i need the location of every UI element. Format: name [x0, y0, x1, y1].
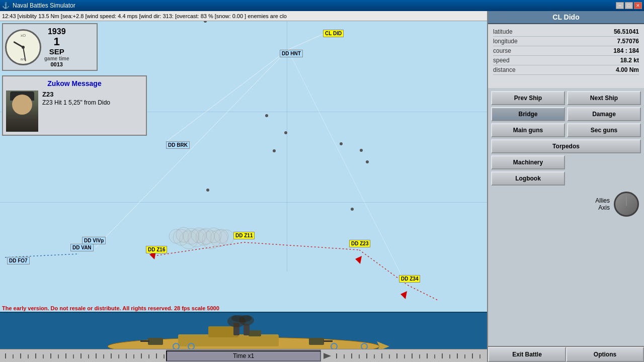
svg-point-19	[191, 228, 206, 243]
ship-label-dd-hnt[interactable]: DD HNT	[280, 50, 303, 57]
ship-label-dd-brk[interactable]: DD BRK	[166, 141, 190, 149]
svg-rect-92	[412, 353, 413, 358]
clock-face: xO am	[5, 29, 41, 65]
ship-label-dd-z16[interactable]: DD Z16	[146, 246, 167, 253]
clock-info: 1939 1 SEP game time 0013	[44, 27, 69, 67]
torpedos-button[interactable]: Torpedos	[491, 139, 641, 153]
main-container: 12:43 [visiblity 13.5 Nm [sea:+2.8 [wind…	[0, 11, 644, 362]
svg-rect-87	[374, 354, 375, 358]
maximize-button[interactable]: □	[625, 2, 633, 9]
svg-rect-75	[141, 353, 142, 358]
damage-button[interactable]: Damage	[567, 107, 641, 121]
main-guns-button[interactable]: Main guns	[491, 123, 565, 137]
svg-point-13	[202, 231, 220, 249]
svg-line-1	[166, 50, 288, 142]
avatar-face	[12, 95, 32, 115]
watermark-text: The early version. Do not resale or dist…	[2, 305, 219, 311]
machinery-button[interactable]: Machinery	[491, 155, 565, 169]
svg-point-29	[351, 208, 354, 211]
message-text: Z23 Z23 Hit 1 5,25" from Dido	[42, 90, 110, 132]
svg-point-14	[210, 230, 227, 247]
clock-month: SEP	[49, 47, 64, 56]
btn-row-5: Machinery	[491, 155, 641, 169]
latitude-label: latitude	[493, 28, 513, 35]
control-buttons: Prev Ship Next Ship Bridge Damage Main g…	[488, 88, 644, 189]
svg-marker-34	[400, 291, 407, 299]
svg-point-18	[183, 228, 199, 244]
btn-row-1: Prev Ship Next Ship	[491, 91, 641, 105]
clock-year: 1939	[48, 27, 66, 36]
svg-rect-61	[35, 353, 36, 358]
ship-label-dd-z23[interactable]: DD Z23	[349, 240, 370, 247]
svg-point-17	[176, 227, 191, 242]
stat-row-speed: speed 18.2 kt	[493, 56, 639, 65]
ship-label-dd-van[interactable]: DD VAN	[70, 244, 94, 251]
prev-ship-button[interactable]: Prev Ship	[491, 91, 565, 105]
svg-point-22	[214, 229, 228, 243]
ship-label-dd-z34[interactable]: DD Z34	[399, 275, 420, 283]
message-name: Z23	[42, 90, 110, 98]
svg-rect-41	[140, 340, 149, 342]
axis-label: Axis	[598, 204, 610, 211]
ship-label-dd-vivp[interactable]: DD VIVp	[82, 237, 106, 244]
svg-rect-39	[309, 338, 324, 345]
grid-line-horizontal-2	[0, 202, 487, 203]
svg-rect-86	[366, 353, 367, 358]
svg-rect-63	[50, 353, 51, 358]
svg-point-10	[180, 231, 198, 249]
next-ship-button[interactable]: Next Ship	[567, 91, 641, 105]
distance-label: distance	[493, 66, 516, 73]
btn-row-4: Torpedos	[491, 139, 641, 153]
ship-label-dd-fo7[interactable]: DD FO7	[7, 257, 30, 264]
clock-marking-xo: xO	[21, 33, 26, 38]
status-text: 12:43 [visiblity 13.5 Nm [sea:+2.8 [wind…	[2, 13, 287, 19]
bridge-button[interactable]: Bridge	[491, 107, 565, 121]
svg-point-30	[206, 189, 209, 192]
svg-rect-70	[103, 354, 104, 358]
svg-point-21	[206, 228, 221, 243]
svg-rect-91	[404, 354, 405, 358]
time-control-slider[interactable]: Time x1	[166, 350, 321, 361]
map-area[interactable]: 12:43 [visiblity 13.5 Nm [sea:+2.8 [wind…	[0, 11, 487, 362]
titlebar: ⚓ Naval Battles Simulator − □ ✕	[0, 0, 644, 11]
minimize-button[interactable]: −	[616, 2, 624, 9]
latitude-value: 56.51041	[614, 28, 639, 35]
longitude-value: 7.57076	[617, 38, 639, 45]
bottom-time-bar: Time x1	[0, 349, 487, 362]
ship-label-dd-z11[interactable]: DD Z11	[233, 232, 255, 239]
close-button[interactable]: ✕	[634, 2, 642, 9]
svg-rect-100	[472, 353, 473, 358]
svg-point-31	[204, 21, 207, 23]
svg-rect-59	[20, 353, 21, 358]
exit-battle-button[interactable]: Exit Battle	[488, 347, 566, 362]
status-bar: 12:43 [visiblity 13.5 Nm [sea:+2.8 [wind…	[0, 11, 487, 21]
app-icon: ⚓	[2, 2, 10, 9]
svg-rect-85	[359, 354, 360, 358]
logbook-button[interactable]: Logbook	[491, 171, 565, 186]
speed-label: speed	[493, 57, 510, 64]
message-content: Z23 Z23 Hit 1 5,25" from Dido	[6, 90, 143, 132]
message-title: Zukow Message	[6, 79, 143, 87]
stat-row-distance: distance 4.00 Nm	[493, 65, 639, 75]
speed-value: 18.2 kt	[620, 57, 639, 64]
svg-line-5	[244, 242, 359, 250]
distance-value: 4.00 Nm	[616, 66, 639, 73]
svg-line-7	[408, 285, 438, 300]
svg-rect-95	[434, 354, 435, 358]
svg-point-12	[196, 229, 212, 245]
svg-point-28	[366, 160, 369, 163]
right-ticks-svg	[321, 349, 487, 362]
allies-label: Allies	[595, 197, 610, 204]
avatar-image	[6, 90, 38, 132]
stat-row-longitude: longitude 7.57076	[493, 37, 639, 46]
svg-rect-83	[344, 354, 345, 358]
sec-guns-button[interactable]: Sec guns	[567, 123, 641, 137]
btn-row-3: Main guns Sec guns	[491, 123, 641, 137]
watermark: The early version. Do not resale or dist…	[2, 305, 487, 312]
svg-rect-97	[449, 354, 450, 358]
options-button[interactable]: Options	[566, 347, 644, 362]
svg-line-3	[288, 50, 408, 288]
svg-point-9	[173, 229, 189, 245]
svg-rect-101	[479, 354, 480, 358]
ship-label-cl-did[interactable]: CL DID	[323, 30, 344, 37]
